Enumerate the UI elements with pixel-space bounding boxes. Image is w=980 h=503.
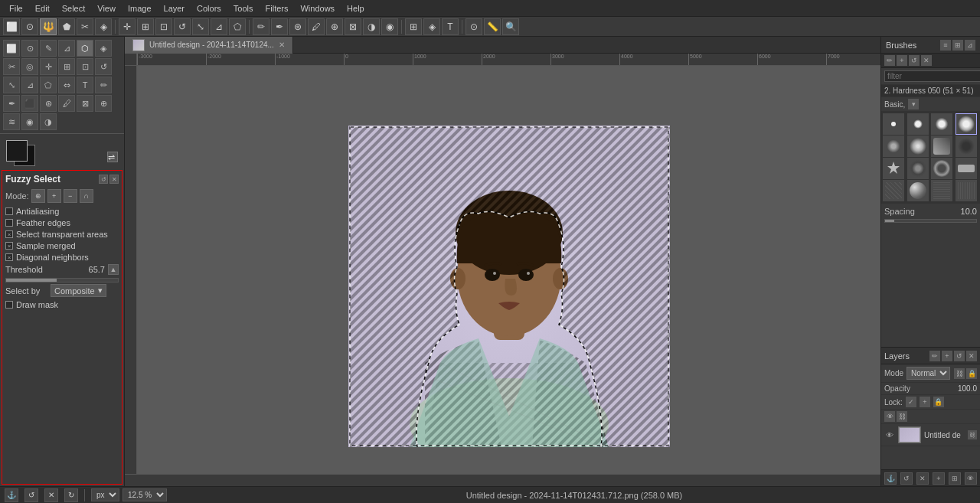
tool-color-picker[interactable]: ⊙ [466,18,482,35]
spacing-slider[interactable] [884,219,977,223]
select-ellipse-icon[interactable]: ⊙ [21,40,38,57]
rotate-icon[interactable]: ↺ [95,58,112,75]
brushes-list-btn[interactable]: ≡ [940,40,951,51]
select-by-dropdown[interactable]: Composite ▾ [51,284,106,297]
menu-help[interactable]: Help [341,2,371,15]
color-swatch[interactable]: ⇌ [0,134,124,168]
menu-file[interactable]: File [3,2,29,15]
mode-replace-btn[interactable]: ⊕ [31,189,45,203]
shear-icon[interactable]: ⊿ [21,77,38,93]
eraser-icon[interactable]: ⬛ [21,95,38,112]
mode-add-btn[interactable]: + [47,189,61,203]
brushes-grid-btn[interactable]: ⊞ [952,40,963,51]
tool-crop[interactable]: ⊡ [155,18,172,35]
menu-filters[interactable]: Filters [260,2,295,15]
zoom-unit-select[interactable]: px [91,488,119,501]
mode-chain-btn[interactable]: ⛓ [954,368,965,379]
blur-icon[interactable]: ◉ [21,113,38,130]
brush-cell-7[interactable] [931,136,952,157]
select-rect-icon[interactable]: ⬜ [3,40,20,57]
brush-cell-2[interactable] [907,113,929,135]
nav-undo-btn[interactable]: ⚓ [5,488,18,502]
tool-zoom[interactable]: 🔍 [502,18,519,35]
transparent-checkbox[interactable]: × [5,230,13,238]
feather-checkbox[interactable] [5,219,13,227]
fuzzy-select-icon[interactable]: ⬡ [77,40,93,57]
brush-cell-12[interactable] [956,158,977,179]
brush-cell-6[interactable] [907,136,929,157]
layer-undo-btn[interactable]: ↺ [900,472,913,485]
tool-airbrush[interactable]: ⊛ [289,18,306,35]
align-icon[interactable]: ⊞ [58,58,75,75]
threshold-spinner[interactable]: ▲ [108,264,119,275]
layers-delete-btn[interactable]: ✕ [966,351,977,361]
tab-main[interactable]: Untitled design - 2024-11-14T0124... ✕ [125,37,293,54]
mode-subtract-btn[interactable]: − [64,189,77,203]
tool-clone[interactable]: ⊕ [326,18,343,35]
color-arrows-icon[interactable]: ⇌ [107,152,118,162]
tool-measure[interactable]: 📏 [484,18,501,35]
tool-fuzzy-select[interactable]: 🔱 [40,18,57,35]
diagonal-checkbox[interactable]: × [5,253,13,261]
perspective-icon[interactable]: ⬠ [40,77,57,93]
layer-delete-btn[interactable]: ✕ [916,472,929,485]
draw-mask-checkbox[interactable] [5,301,13,309]
menu-tools[interactable]: Tools [227,2,260,15]
smudge-icon[interactable]: ≋ [3,113,20,130]
clone-icon[interactable]: ⊕ [95,95,112,112]
tab-close-btn[interactable]: ✕ [279,41,285,49]
menu-windows[interactable]: Windows [294,2,341,15]
dodge-icon[interactable]: ◑ [40,113,57,130]
menu-layer[interactable]: Layer [158,2,191,15]
tool-bucket[interactable]: ⊞ [405,18,422,35]
tool-shear[interactable]: ⊿ [211,18,227,35]
layer-merge-btn[interactable]: ⊞ [949,472,961,485]
brush-add-btn[interactable]: + [897,55,907,66]
nav-forward-btn[interactable]: ✕ [44,488,58,502]
layer-row-1[interactable]: 👁 Untitled de ⛓ [881,424,980,446]
menu-select[interactable]: Select [56,2,92,15]
brush-cell-9[interactable] [883,158,904,179]
layer-visibility-all-btn[interactable]: 👁 [965,472,977,485]
pencil-icon[interactable]: ✏ [95,77,112,93]
filter-input[interactable] [884,70,980,82]
tool-ink[interactable]: 🖊 [308,18,325,35]
fg-extract-icon[interactable]: ◎ [21,58,38,75]
tool-rect-select[interactable]: ⬜ [3,18,20,35]
brush-cell-3[interactable] [931,113,952,135]
brush-cell-16[interactable] [956,180,977,201]
text-icon[interactable]: T [77,77,93,93]
options-restore-btn[interactable]: ↺ [99,175,108,184]
preset-dropdown-btn[interactable]: ▾ [908,99,919,109]
brush-cell-1[interactable] [883,113,904,135]
flip-icon[interactable]: ⇔ [58,77,75,93]
brush-cell-10[interactable] [907,158,929,179]
layers-refresh-btn[interactable]: ↺ [954,351,965,361]
menu-view[interactable]: View [91,2,122,15]
zoom-level-select[interactable]: 12.5 % [122,488,167,501]
brush-cell-5[interactable] [883,136,904,157]
brush-refresh-btn[interactable]: ↺ [909,55,920,66]
tool-move[interactable]: ✛ [119,18,136,35]
layer-visibility-btn[interactable]: 👁 [884,430,895,440]
image-canvas[interactable] [348,126,670,447]
tool-pencil[interactable]: ✒ [271,18,288,35]
move-icon[interactable]: ✛ [40,58,57,75]
tool-text[interactable]: T [442,18,459,35]
brush-cell-4[interactable] [956,113,977,135]
tool-blur[interactable]: ◉ [381,18,398,35]
tool-scissors[interactable]: ✂ [77,18,93,35]
tool-fg-select[interactable]: ◈ [95,18,112,35]
brush-cell-14[interactable] [907,180,929,201]
layer-filter-eye-btn[interactable]: 👁 [884,411,895,422]
tool-dodge[interactable]: ◑ [363,18,380,35]
heal-icon[interactable]: ⊠ [77,95,93,112]
options-close-btn[interactable]: ✕ [109,175,119,184]
tool-by-color[interactable]: ⬟ [58,18,75,35]
scissors-icon[interactable]: ✂ [3,58,20,75]
layers-add-btn[interactable]: + [942,351,952,361]
tool-ellipse-select[interactable]: ⊙ [21,18,38,35]
layer-chain-btn[interactable]: ⛓ [968,430,977,439]
tool-scale[interactable]: ⤡ [192,18,209,35]
ink-icon[interactable]: 🖊 [58,95,75,112]
